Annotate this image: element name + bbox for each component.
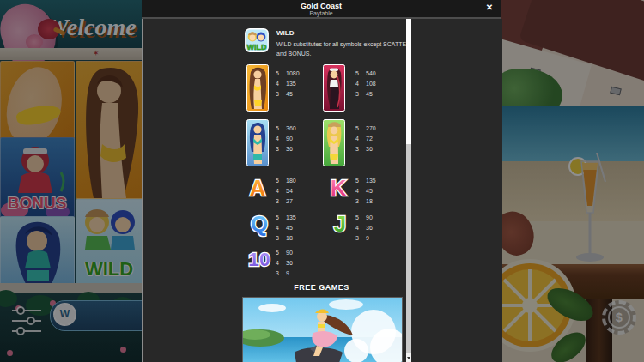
svg-text:J: J bbox=[334, 212, 346, 236]
paytable-entry-girl-green: 5270 472 336 bbox=[323, 119, 345, 170]
svg-text:Q: Q bbox=[251, 212, 268, 236]
close-button[interactable]: ✕ bbox=[483, 2, 495, 14]
paytable-modal: Gold Coast Paytable ✕ WILD WILD WILD sub… bbox=[142, 0, 501, 362]
pay-row: 4108 bbox=[355, 79, 376, 89]
pay-row: 51080 bbox=[275, 69, 300, 79]
background-dim-overlay bbox=[501, 0, 644, 362]
paytable-entry-girl-blue: 5360 490 336 bbox=[246, 119, 269, 170]
wild-symbol-icon: WILD bbox=[245, 28, 269, 56]
pay-row: 5180 bbox=[275, 176, 296, 186]
symbol-letter-k: K bbox=[325, 174, 352, 202]
scrollbar-down-arrow[interactable] bbox=[406, 353, 411, 362]
symbol-letter-10: 10 bbox=[242, 246, 276, 270]
modal-title: Gold Coast bbox=[142, 0, 501, 10]
paytable-entry-A: A 5180 454 327 bbox=[244, 174, 271, 205]
pay-row: 436 bbox=[275, 258, 293, 268]
pay-row: 436 bbox=[355, 223, 373, 233]
pay-row: 5135 bbox=[355, 176, 376, 186]
svg-text:10: 10 bbox=[248, 248, 270, 270]
paytable-entry-J: J 590 436 39 bbox=[326, 210, 354, 241]
pay-row: 5270 bbox=[355, 124, 376, 134]
modal-scrollbar-thumb[interactable] bbox=[406, 19, 411, 144]
svg-text:K: K bbox=[331, 176, 347, 200]
pay-row: 39 bbox=[275, 268, 293, 279]
symbol-letter-j: J bbox=[326, 210, 354, 238]
pay-row: 4135 bbox=[275, 79, 300, 89]
pay-row: 318 bbox=[275, 233, 296, 244]
paytable-entry-10: 10 590 436 39 bbox=[242, 246, 276, 274]
game-background-right: $ bbox=[501, 0, 644, 362]
symbol-letter-q: Q bbox=[246, 210, 273, 238]
pay-row: 445 bbox=[355, 186, 376, 196]
pay-row: 39 bbox=[355, 233, 373, 244]
pay-row: 490 bbox=[275, 134, 296, 144]
svg-text:A: A bbox=[250, 176, 266, 200]
paytable-entry-K: K 5135 445 318 bbox=[325, 174, 352, 205]
pay-row: 345 bbox=[355, 89, 376, 100]
pay-row: 318 bbox=[355, 196, 376, 207]
paytable-entry-Q: Q 5135 445 318 bbox=[246, 210, 273, 241]
free-games-title: FREE GAMES bbox=[242, 283, 401, 292]
pay-row: 454 bbox=[275, 186, 296, 196]
modal-scrollbar-track[interactable] bbox=[406, 19, 411, 362]
paytable-entry-girl-orange: 51080 4135 345 bbox=[246, 64, 269, 115]
background-dim-overlay bbox=[0, 0, 142, 362]
game-background-left: Welcome ✶ BONUS bbox=[0, 0, 142, 362]
pay-row: 5360 bbox=[275, 124, 296, 134]
pay-row: 445 bbox=[275, 223, 296, 233]
paytable-entry-girl-red: 5540 4108 345 bbox=[323, 64, 345, 115]
wild-description: WILD substitutes for all symbols except … bbox=[276, 39, 414, 58]
paytable-content: WILD WILD WILD substitutes for all symbo… bbox=[142, 19, 502, 362]
wild-description-block: WILD WILD substitutes for all symbols ex… bbox=[276, 29, 414, 58]
wild-icon-label: WILD bbox=[247, 43, 267, 51]
free-games-image bbox=[242, 297, 403, 362]
pay-row: 5135 bbox=[275, 213, 296, 223]
modal-subtitle: Paytable bbox=[142, 10, 501, 17]
modal-header: Gold Coast Paytable ✕ bbox=[142, 0, 501, 17]
pay-row: 590 bbox=[275, 248, 293, 258]
symbol-letter-a: A bbox=[244, 174, 271, 202]
pay-row: 472 bbox=[355, 134, 376, 144]
pay-row: 345 bbox=[275, 89, 300, 100]
pay-row: 327 bbox=[275, 196, 296, 207]
wild-heading: WILD bbox=[276, 29, 414, 37]
pay-row: 590 bbox=[355, 213, 373, 223]
pay-row: 5540 bbox=[355, 69, 376, 79]
pay-row: 336 bbox=[275, 144, 296, 154]
pay-row: 336 bbox=[355, 144, 376, 154]
